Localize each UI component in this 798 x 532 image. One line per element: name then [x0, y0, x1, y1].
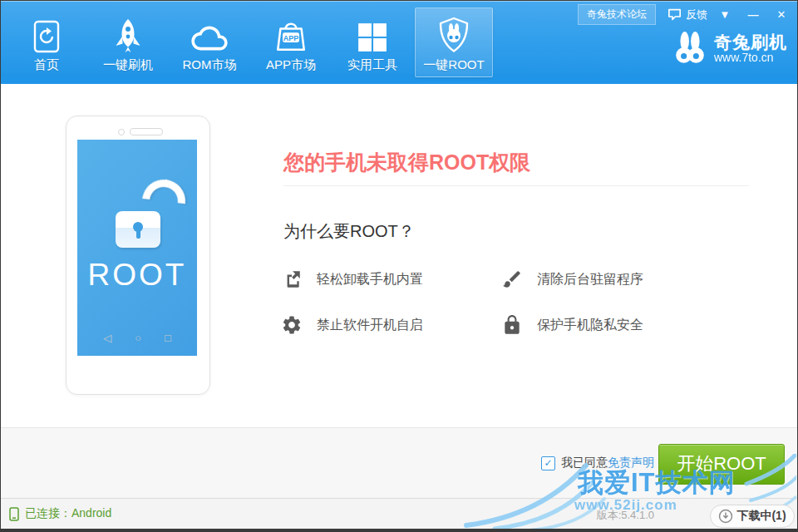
svg-text:APP: APP [283, 34, 298, 42]
agreement-row: ✓ 我已同意 免责声明 [541, 456, 654, 470]
app-bag-icon: APP [274, 8, 308, 53]
brand-url: www.7to.cn [714, 52, 787, 64]
action-bar: ✓ 我已同意 免责声明 开始ROOT [1, 427, 797, 498]
dropdown-arrow-button[interactable]: ▼ [714, 8, 736, 21]
feature-clean: 清除后台驻留程序 [500, 267, 720, 292]
grid-tools-icon [357, 8, 388, 53]
phone-camera-dot [118, 129, 125, 135]
tab-one-key-flash[interactable]: 一键刷机 [89, 7, 167, 77]
feature-label: 禁止软件开机自启 [317, 317, 423, 334]
tab-tools[interactable]: 实用工具 [333, 7, 411, 77]
titlebar: 奇兔技术论坛 反馈 ▼ — ✕ [578, 4, 792, 25]
phone-connected-icon [9, 507, 19, 521]
version-label: 版本:5.4.1.0 [597, 508, 654, 523]
phone-refresh-icon [33, 8, 60, 53]
tab-flash-label: 一键刷机 [103, 57, 153, 73]
connection-status: 已连接：Android [9, 506, 111, 521]
feature-autostart: 禁止软件开机自启 [279, 313, 500, 337]
brand-logo: 奇兔刷机 www.7to.cn [672, 31, 787, 66]
status-bar: 已连接：Android 版本:5.4.1.0 下载中(1) [1, 498, 797, 529]
download-status-button[interactable]: 下载中(1) [710, 505, 795, 528]
feature-privacy: 保护手机隐私安全 [500, 313, 720, 337]
tab-rom-market[interactable]: ROM市场 [170, 7, 249, 77]
why-root-heading: 为什么要ROOT？ [283, 220, 415, 243]
android-back-icon: ◁ [103, 332, 111, 344]
feature-label: 轻松卸载手机内置 [317, 271, 423, 288]
phone-illustration: ROOT ◁ ○ □ [66, 116, 210, 395]
feature-label: 清除后台驻留程序 [537, 271, 643, 288]
feature-uninstall: 轻松卸载手机内置 [279, 267, 500, 292]
start-root-button[interactable]: 开始ROOT [658, 444, 785, 485]
feature-list: 轻松卸载手机内置 清除后台驻留程序 禁止软件开机自启 [279, 267, 720, 337]
tab-rom-label: ROM市场 [183, 57, 237, 73]
unlock-padlock-icon [116, 211, 160, 248]
page-title: 您的手机未取得ROOT权限 [283, 149, 530, 176]
main-nav: 首页 一键刷机 [7, 7, 496, 77]
lock-icon [500, 313, 525, 337]
feedback-label: 反馈 [686, 7, 707, 22]
app-window: 首页 一键刷机 [0, 0, 798, 532]
rocket-icon [112, 8, 144, 53]
phone-nav-buttons: ◁ ○ □ [77, 332, 197, 344]
gear-icon [279, 313, 304, 337]
speech-bubble-icon [667, 8, 682, 21]
phone-root-label: ROOT [77, 258, 197, 293]
feedback-button[interactable]: 反馈 [667, 7, 707, 22]
phone-screen: ROOT ◁ ○ □ [77, 140, 197, 356]
phone-speaker-bar [130, 128, 163, 135]
minimize-button[interactable]: — [742, 8, 764, 21]
tab-home-label: 首页 [34, 57, 59, 73]
tab-one-key-root[interactable]: 一键ROOT [415, 7, 493, 77]
rabbit-logo-icon [672, 31, 707, 66]
connection-label: 已连接：Android [25, 506, 111, 521]
forum-button[interactable]: 奇兔技术论坛 [578, 4, 656, 25]
agree-label: 我已同意 [561, 456, 608, 470]
tab-app-market[interactable]: APP APP市场 [252, 7, 330, 77]
android-recents-icon: □ [165, 332, 171, 344]
title-divider [283, 185, 749, 186]
brush-icon [500, 267, 525, 292]
tab-app-label: APP市场 [266, 57, 316, 73]
header: 首页 一键刷机 [1, 1, 797, 84]
agree-checkbox[interactable]: ✓ [541, 456, 555, 470]
brand-name: 奇兔刷机 [714, 32, 787, 52]
tab-tools-label: 实用工具 [347, 57, 397, 73]
feature-label: 保护手机隐私安全 [537, 317, 643, 334]
tab-root-label: 一键ROOT [423, 57, 484, 73]
uninstall-icon [279, 267, 304, 292]
download-icon [718, 509, 733, 524]
cloud-icon [190, 8, 229, 53]
tab-home[interactable]: 首页 [7, 7, 86, 77]
disclaimer-link[interactable]: 免责声明 [608, 456, 654, 470]
close-button[interactable]: ✕ [771, 8, 792, 21]
download-label: 下载中(1) [736, 509, 786, 524]
shield-rabbit-icon [436, 8, 471, 53]
android-home-icon: ○ [135, 332, 141, 344]
